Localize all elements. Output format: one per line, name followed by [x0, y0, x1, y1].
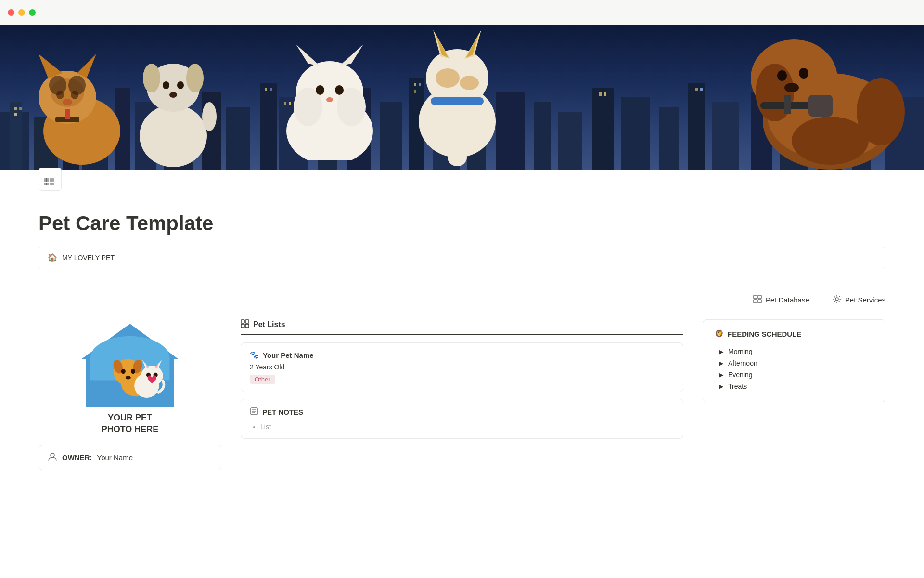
svg-point-88 [460, 76, 479, 90]
svg-point-87 [436, 68, 460, 88]
svg-rect-102 [44, 178, 46, 180]
grid-icon [753, 295, 762, 305]
owner-box: OWNER: Your Name [38, 445, 221, 470]
pet-card-age: 2 Years Old [250, 363, 674, 371]
lion-wave-icon: 🦁 [715, 329, 724, 338]
section-divider [38, 283, 886, 283]
svg-point-62 [140, 105, 207, 167]
svg-point-77 [335, 85, 344, 95]
svg-point-121 [835, 298, 838, 301]
svg-rect-113 [47, 183, 49, 185]
svg-rect-145 [245, 324, 249, 328]
svg-rect-31 [14, 107, 17, 110]
svg-point-95 [777, 70, 787, 81]
svg-point-76 [316, 85, 324, 95]
feeding-schedule-box: 🦁 FEEDING SCHEDULE ▶ Morning ▶ Afternoon… [703, 319, 886, 402]
chevron-right-icon: ▶ [719, 372, 723, 378]
top-links-row: Pet Database Pet Services [38, 295, 886, 305]
feeding-treats[interactable]: ▶ Treats [715, 381, 873, 392]
pet-notes-card[interactable]: PET NOTES List [241, 399, 683, 439]
feeding-morning[interactable]: ▶ Morning [715, 346, 873, 357]
svg-rect-100 [808, 95, 833, 117]
owner-person-icon [48, 452, 57, 463]
svg-point-130 [121, 369, 126, 374]
svg-rect-117 [754, 295, 757, 299]
pet-paw-icon: 🐾 [250, 351, 259, 359]
owner-value: Your Name [97, 453, 133, 461]
svg-rect-105 [47, 180, 49, 182]
middle-column: Pet Lists 🐾 Your Pet Name 2 Years Old Ot… [241, 319, 683, 439]
svg-point-78 [326, 97, 333, 102]
svg-point-132 [126, 376, 131, 379]
svg-rect-142 [241, 320, 244, 323]
svg-rect-116 [52, 183, 54, 185]
chevron-right-icon: ▶ [719, 349, 723, 355]
maximize-button[interactable] [29, 9, 36, 16]
svg-marker-53 [77, 54, 96, 78]
svg-rect-47 [700, 88, 703, 91]
svg-point-66 [163, 81, 169, 89]
pet-lists-header: Pet Lists [241, 319, 683, 335]
pet-notes-title: PET NOTES [250, 407, 674, 417]
pet-database-link[interactable]: Pet Database [753, 295, 809, 305]
three-col-layout: YOUR PET PHOTO HERE OWNER: Your Name [38, 319, 886, 470]
house-icon: 🏠 [48, 253, 57, 262]
svg-rect-46 [695, 88, 698, 91]
notes-icon [250, 407, 258, 417]
chevron-right-icon: ▶ [719, 383, 723, 390]
svg-rect-115 [50, 183, 52, 185]
svg-rect-144 [241, 324, 244, 328]
gear-icon [833, 295, 841, 305]
svg-point-96 [799, 68, 808, 79]
feeding-afternoon[interactable]: ▶ Afternoon [715, 357, 873, 369]
hero-banner [0, 25, 924, 170]
svg-marker-74 [296, 44, 320, 66]
pet-lists-title: Pet Lists [253, 320, 285, 329]
svg-point-58 [49, 76, 66, 95]
svg-rect-85 [431, 97, 484, 105]
pet-photo-label: YOUR PET PHOTO HERE [102, 412, 159, 435]
svg-marker-52 [38, 54, 63, 78]
breadcrumb-label: MY LOVELY PET [62, 254, 115, 262]
pet-services-label: Pet Services [845, 296, 886, 304]
page-icon [38, 168, 62, 191]
svg-rect-45 [604, 92, 606, 96]
close-button[interactable] [8, 9, 14, 16]
svg-rect-107 [50, 178, 52, 180]
pet-card-name-row: 🐾 Your Pet Name [250, 351, 674, 359]
svg-rect-33 [14, 113, 17, 116]
owner-label: OWNER: [62, 453, 92, 461]
page-title: Pet Care Template [38, 212, 886, 235]
svg-rect-61 [65, 109, 70, 119]
svg-rect-119 [754, 300, 757, 303]
svg-point-59 [68, 76, 86, 95]
minimize-button[interactable] [18, 9, 25, 16]
svg-rect-103 [47, 178, 49, 180]
breadcrumb[interactable]: 🏠 MY LOVELY PET [38, 247, 886, 268]
pet-services-link[interactable]: Pet Services [833, 295, 886, 305]
svg-rect-99 [784, 95, 791, 114]
svg-rect-120 [758, 300, 761, 303]
svg-rect-21 [592, 88, 614, 170]
svg-rect-22 [621, 97, 650, 170]
svg-rect-109 [50, 180, 52, 182]
feeding-evening[interactable]: ▶ Evening [715, 369, 873, 381]
svg-rect-1 [10, 102, 22, 170]
pet-tag: Other [250, 375, 275, 384]
pet-card[interactable]: 🐾 Your Pet Name 2 Years Old Other [241, 342, 683, 392]
svg-point-97 [784, 83, 799, 92]
svg-marker-75 [339, 44, 363, 66]
svg-rect-19 [534, 102, 551, 170]
svg-marker-81 [433, 30, 450, 59]
svg-rect-110 [52, 180, 54, 182]
right-column: 🦁 FEEDING SCHEDULE ▶ Morning ▶ Afternoon… [703, 319, 886, 402]
svg-point-69 [202, 102, 217, 131]
pet-notes-item: List [260, 423, 674, 431]
svg-rect-108 [52, 178, 54, 180]
pet-illustration: YOUR PET PHOTO HERE [63, 319, 197, 435]
svg-rect-24 [688, 83, 705, 170]
svg-rect-25 [712, 102, 739, 170]
pet-notes-list: List [250, 423, 674, 431]
svg-point-141 [51, 453, 54, 457]
chevron-right-icon: ▶ [719, 360, 723, 367]
